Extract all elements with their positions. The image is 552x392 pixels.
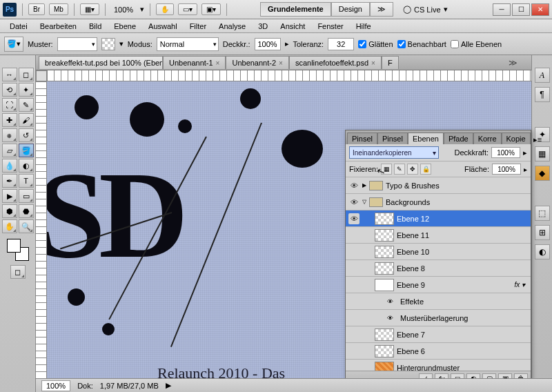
layer-row[interactable]: 👁Musterüberlagerung (346, 310, 531, 326)
paragraph-panel-icon[interactable]: ¶ (535, 87, 550, 102)
character-panel-icon[interactable]: A (535, 68, 550, 83)
align-panel-icon[interactable]: ⊞ (535, 225, 550, 240)
visibility-icon[interactable]: 👁 (348, 213, 359, 224)
minimize-button[interactable]: ─ (493, 3, 511, 16)
eraser-tool[interactable]: ▱ (2, 144, 17, 157)
panel-tab-ebenen[interactable]: Ebenen (408, 133, 444, 144)
close-icon[interactable]: × (371, 59, 375, 67)
lock-pixels-icon[interactable]: ✎ (394, 164, 405, 175)
alle-ebenen-check[interactable]: Alle Ebenen (451, 40, 502, 48)
layer-row[interactable]: Ebene 7 (346, 326, 531, 343)
layer-row[interactable]: 👁▶Typo & Brushes (346, 177, 531, 194)
flaeche-input[interactable] (492, 164, 521, 175)
screenmode-button[interactable]: ▣▾ (201, 3, 221, 15)
tab-overflow[interactable]: ≫ (506, 58, 520, 68)
cslive-button[interactable]: ◯ CS Live▾ (403, 5, 448, 14)
layer-row[interactable]: 👁Effekte (346, 293, 531, 310)
layer-row[interactable]: 👁▽Backgrounds (346, 194, 531, 210)
view-extras-button[interactable]: ▦▾ (80, 3, 99, 15)
visibility-icon[interactable] (348, 230, 359, 241)
hand-tool[interactable]: ✋ (2, 219, 17, 233)
opacity-input[interactable] (255, 38, 281, 50)
arrange-button[interactable]: ▭▾ (178, 3, 197, 15)
benachbart-check[interactable]: Benachbart (397, 40, 446, 48)
camera-tool[interactable]: ⬣ (19, 204, 34, 218)
minibridge-button[interactable]: Mb (49, 3, 68, 15)
path-select-tool[interactable]: ▶ (2, 189, 17, 203)
menu-analyse[interactable]: Analyse (213, 21, 251, 32)
color-panel-icon[interactable]: ◐ (535, 244, 550, 259)
visibility-icon[interactable] (348, 246, 359, 257)
workspace-tab-active[interactable]: Grundelemente (260, 2, 331, 17)
fg-color-swatch[interactable] (7, 239, 21, 253)
brush-tool[interactable]: 🖌 (19, 113, 34, 127)
bridge-button[interactable]: Br (28, 3, 45, 15)
history-brush-tool[interactable]: ↺ (19, 128, 34, 142)
blur-tool[interactable]: 💧 (2, 159, 17, 173)
current-tool-icon[interactable]: 🪣▾ (4, 37, 23, 52)
panel-tab-pinsel2[interactable]: Pinsel (377, 133, 408, 144)
tolerance-input[interactable] (328, 38, 354, 50)
visibility-icon[interactable] (348, 313, 359, 324)
visibility-icon[interactable] (348, 280, 359, 291)
menu-bearbeiten[interactable]: Bearbeiten (34, 21, 82, 32)
glaetten-check[interactable]: Glätten (358, 40, 393, 48)
color-swatches[interactable] (7, 239, 29, 261)
zoom-tool[interactable]: 🔍 (19, 219, 34, 233)
close-button[interactable]: ✕ (531, 3, 549, 16)
layer-row[interactable]: Ebene 11 (346, 227, 531, 244)
pen-tool[interactable]: ✒ (2, 174, 17, 188)
menu-ansicht[interactable]: Ansicht (275, 21, 310, 32)
doc-tab-2[interactable]: Unbenannt-2× (226, 56, 288, 69)
zoom-level[interactable]: 100% (111, 6, 136, 14)
layer-row[interactable]: Ebene 9fx ▾ (346, 277, 531, 293)
hand-tool-button[interactable]: ✋ (156, 3, 174, 15)
dodge-tool[interactable]: ◐ (19, 159, 34, 173)
layer-row[interactable]: 👁Ebene 12 (346, 210, 531, 227)
panel-menu-icon[interactable]: ▸≡ (531, 135, 544, 144)
transform-panel-icon[interactable]: ⬚ (535, 206, 550, 221)
doc-tab-1[interactable]: Unbenannt-1× (163, 56, 226, 69)
panel-tab-pfade[interactable]: Pfade (444, 133, 473, 144)
doc-tab-3[interactable]: scanlinefotoeffekt.psd× (289, 56, 382, 69)
menu-bild[interactable]: Bild (83, 21, 107, 32)
doc-tab-4[interactable]: F (382, 56, 399, 69)
ruler-horizontal[interactable] (47, 70, 531, 81)
menu-hilfe[interactable]: Hilfe (351, 21, 377, 32)
heal-tool[interactable]: ✚ (2, 113, 17, 127)
ruler-vertical[interactable] (36, 81, 47, 392)
marquee-tool[interactable]: ◻ (19, 68, 34, 81)
visibility-icon[interactable] (348, 296, 359, 307)
crop-tool[interactable]: ⛶ (2, 98, 17, 112)
menu-auswahl[interactable]: Auswahl (143, 21, 183, 32)
3d-tool[interactable]: ⬢ (2, 204, 17, 218)
blend-mode-select[interactable]: Ineinanderkopieren (349, 146, 439, 159)
panel-tab-korre[interactable]: Korre (473, 133, 502, 144)
doc-tab-0[interactable]: breakeffekt-tut.psd bei 100% (Ebene 12, … (39, 56, 163, 69)
styles-panel-icon[interactable]: ◆ (535, 166, 550, 181)
maximize-button[interactable]: ☐ (512, 3, 530, 16)
layer-row[interactable]: Ebene 8 (346, 260, 531, 277)
pattern-swatch[interactable] (101, 38, 115, 50)
eyedropper-tool[interactable]: ✎ (19, 98, 34, 112)
quickmask-button[interactable]: ◻ (10, 265, 26, 279)
menu-fenster[interactable]: Fenster (312, 21, 348, 32)
panel-tab-kopie[interactable]: Kopie (502, 133, 531, 144)
status-menu-icon[interactable]: ▶ (166, 381, 171, 390)
layer-row[interactable]: Hintergrundmuster (346, 360, 531, 371)
lasso-tool[interactable]: ⟲ (2, 83, 17, 97)
menu-filter[interactable]: Filter (184, 21, 212, 32)
visibility-icon[interactable] (348, 263, 359, 274)
layer-row[interactable]: Ebene 6 (346, 343, 531, 360)
visibility-icon[interactable] (348, 346, 359, 357)
muster-select[interactable] (57, 37, 97, 51)
close-icon[interactable]: × (216, 59, 220, 67)
visibility-icon[interactable] (348, 362, 359, 371)
close-icon[interactable]: × (279, 59, 283, 67)
swatches-panel-icon[interactable]: ▦ (535, 146, 550, 161)
lock-all-icon[interactable]: 🔒 (420, 164, 431, 175)
stamp-tool[interactable]: ⎈ (2, 128, 17, 142)
workspace-tab-design[interactable]: Design (331, 2, 370, 17)
disclosure-icon[interactable]: ▶ (362, 182, 366, 188)
menu-3d[interactable]: 3D (253, 21, 273, 32)
